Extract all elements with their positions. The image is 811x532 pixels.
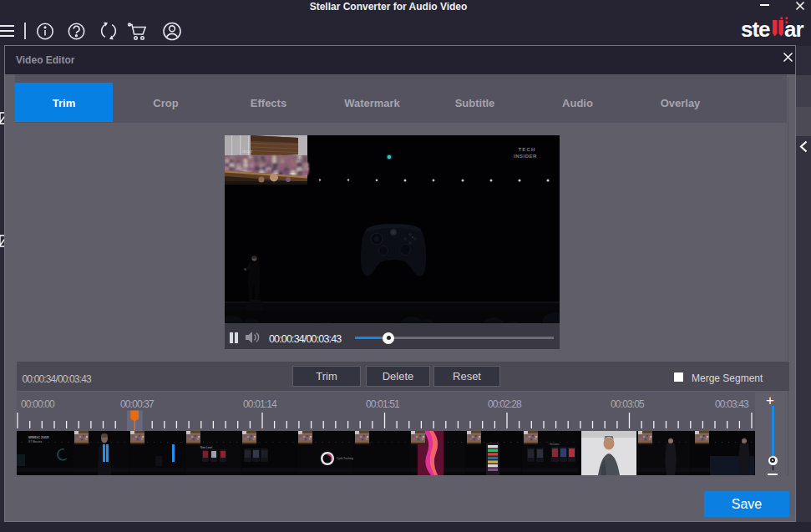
svg-text:Next Level: Next Level [200, 446, 213, 449]
svg-text:Versions: Versions [550, 443, 560, 446]
svg-text:ST Minutes: ST Minutes [28, 440, 42, 443]
svg-text:drop: drop [242, 149, 253, 154]
svg-text:INSIDER: INSIDER [514, 154, 537, 159]
svg-text:Cycle Tracking: Cycle Tracking [337, 457, 353, 460]
svg-text:ar: ar [784, 17, 803, 40]
svg-text:ste: ste [741, 17, 770, 40]
svg-text:TECH: TECH [518, 147, 535, 152]
svg-text:WWDC 2019: WWDC 2019 [28, 435, 49, 439]
